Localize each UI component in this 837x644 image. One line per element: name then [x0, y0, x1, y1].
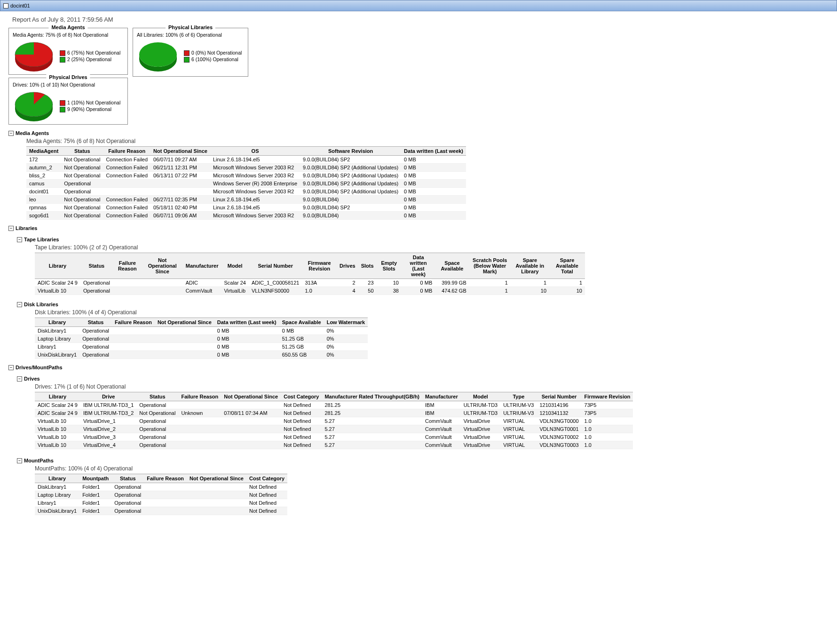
section-drives-mountpaths[interactable]: − Drives/MountPaths: [8, 365, 829, 370]
section-media-agents[interactable]: − Media Agents: [8, 130, 829, 136]
col-header[interactable]: Spare Available in Library: [511, 253, 549, 279]
col-header[interactable]: Status: [136, 392, 178, 401]
col-header[interactable]: Library: [35, 318, 79, 327]
col-header[interactable]: Mountpath: [79, 474, 111, 483]
table-row[interactable]: autumn_2Not OperationalConnection Failed…: [26, 164, 466, 172]
col-header[interactable]: MediaAgent: [26, 147, 61, 156]
col-header[interactable]: Library: [35, 253, 80, 279]
table-row[interactable]: leoNot OperationalConnection Failed06/27…: [26, 196, 466, 204]
col-header[interactable]: Failure Reason: [112, 318, 155, 327]
table-row[interactable]: sogo6d1Not OperationalConnection Failed0…: [26, 212, 466, 220]
legend: 0 (0%) Not Operational 6 (100%) Operatio…: [184, 49, 242, 63]
col-header[interactable]: Manufacturer: [183, 253, 221, 279]
col-header[interactable]: Data written (Last week): [401, 147, 466, 156]
col-header[interactable]: Library: [35, 474, 79, 483]
table-row[interactable]: UnixDiskLibrary1Operational0 MB650.55 GB…: [35, 351, 368, 359]
table-row[interactable]: VirtualLib 10OperationalCommVaultVirtual…: [35, 287, 585, 295]
cell: VirtualDrive: [461, 441, 501, 449]
col-header[interactable]: Spare Available Total: [549, 253, 585, 279]
subsection-drives[interactable]: − Drives: [17, 376, 829, 382]
col-header[interactable]: Status: [79, 318, 112, 327]
col-header[interactable]: Drives: [337, 253, 358, 279]
swatch-operational-icon: [60, 107, 65, 112]
col-header[interactable]: Serial Number: [249, 253, 302, 279]
table-row[interactable]: Library1Operational0 MB51.25 GB0%: [35, 343, 368, 351]
col-header[interactable]: Cost Category: [246, 474, 287, 483]
col-header[interactable]: Not Operational Since: [142, 253, 183, 279]
table-row[interactable]: Laptop LibraryFolder1OperationalNot Defi…: [35, 491, 287, 499]
col-header[interactable]: Failure Reason: [178, 392, 221, 401]
col-header[interactable]: Scratch Pools (Below Water Mark): [469, 253, 511, 279]
col-header[interactable]: Slots: [358, 253, 377, 279]
table-row[interactable]: 172Not OperationalConnection Failed06/07…: [26, 156, 466, 164]
cell: Not Operational: [61, 156, 103, 164]
table-row[interactable]: DiskLibrary1Operational0 MB0 MB0%: [35, 327, 368, 335]
col-header[interactable]: Status: [61, 147, 103, 156]
col-header[interactable]: Data written (Last week): [214, 318, 279, 327]
col-header[interactable]: Library: [35, 392, 80, 401]
cell: VirtualDrive_3: [80, 433, 136, 441]
collapse-icon[interactable]: −: [17, 458, 22, 463]
table-row[interactable]: UnixDiskLibrary1Folder1OperationalNot De…: [35, 507, 287, 515]
col-header[interactable]: Serial Number: [537, 392, 581, 401]
col-header[interactable]: Failure Reason: [113, 253, 142, 279]
col-header[interactable]: Not Operational Since: [221, 392, 281, 401]
collapse-icon[interactable]: −: [17, 302, 22, 307]
cell: Operational: [111, 483, 144, 491]
col-header[interactable]: Status: [111, 474, 144, 483]
cell: Microsoft Windows Server 2003 R2: [210, 212, 300, 220]
col-header[interactable]: Status: [80, 253, 113, 279]
collapse-icon[interactable]: −: [8, 365, 14, 370]
col-header[interactable]: Empty Slots: [377, 253, 402, 279]
collapse-icon[interactable]: −: [8, 131, 14, 136]
col-header[interactable]: Not Operational Since: [150, 147, 210, 156]
table-row[interactable]: camusOperationalWindows Server (R) 2008 …: [26, 180, 466, 188]
col-header[interactable]: Data written (Last week): [402, 253, 435, 279]
table-row[interactable]: VirtualLib 10VirtualDrive_3OperationalNo…: [35, 433, 633, 441]
table-row[interactable]: VirtualLib 10VirtualDrive_4OperationalNo…: [35, 441, 633, 449]
table-row[interactable]: Library1Folder1OperationalNot Defined: [35, 499, 287, 507]
table-row[interactable]: rpmnasNot OperationalConnection Failed05…: [26, 204, 466, 212]
subsection-disk-libraries[interactable]: − Disk Libraries: [17, 302, 829, 307]
cell: docint01: [26, 188, 61, 196]
col-header[interactable]: Software Revision: [300, 147, 401, 156]
col-header[interactable]: Model: [461, 392, 501, 401]
col-header[interactable]: Firmware Revision: [582, 392, 633, 401]
col-header[interactable]: Drive: [80, 392, 136, 401]
window-titlebar: docint01: [0, 0, 837, 11]
collapse-icon[interactable]: −: [17, 376, 22, 382]
section-libraries[interactable]: − Libraries: [8, 225, 829, 231]
table-row[interactable]: ADIC Scalar 24 9IBM ULTRIUM-TD3_1Operati…: [35, 401, 633, 409]
cell: [155, 343, 214, 351]
table-row[interactable]: docint01OperationalMicrosoft Windows Ser…: [26, 188, 466, 196]
col-header[interactable]: OS: [210, 147, 300, 156]
col-header[interactable]: Manufacturer Rated Throughput(GB/h): [322, 392, 422, 401]
subsection-mountpaths[interactable]: − MountPaths: [17, 458, 829, 463]
col-header[interactable]: Manufacturer: [422, 392, 461, 401]
panel-title: Media Agents: [48, 24, 87, 30]
cell: [103, 180, 150, 188]
subsection-tape-libraries[interactable]: − Tape Libraries: [17, 237, 829, 242]
col-header[interactable]: Cost Category: [281, 392, 322, 401]
table-row[interactable]: ADIC Scalar 24 9IBM ULTRIUM-TD3_2Not Ope…: [35, 409, 633, 417]
col-header[interactable]: Not Operational Since: [155, 318, 214, 327]
col-header[interactable]: Type: [500, 392, 537, 401]
col-header[interactable]: Failure Reason: [103, 147, 150, 156]
col-header[interactable]: Space Available: [435, 253, 469, 279]
table-row[interactable]: VirtualLib 10VirtualDrive_1OperationalNo…: [35, 417, 633, 425]
table-row[interactable]: Laptop LibraryOperational0 MB51.25 GB0%: [35, 335, 368, 343]
table-row[interactable]: bliss_2Not OperationalConnection Failed0…: [26, 172, 466, 180]
cell: Not Operational: [61, 164, 103, 172]
col-header[interactable]: Model: [221, 253, 248, 279]
collapse-icon[interactable]: −: [8, 226, 14, 231]
table-row[interactable]: VirtualLib 10VirtualDrive_2OperationalNo…: [35, 425, 633, 433]
table-row[interactable]: DiskLibrary1Folder1OperationalNot Define…: [35, 483, 287, 491]
table-row[interactable]: ADIC Scalar 24 9OperationalADICScalar 24…: [35, 279, 585, 287]
collapse-icon[interactable]: −: [17, 237, 22, 242]
col-header[interactable]: Firmware Revision: [302, 253, 337, 279]
col-header[interactable]: Low Watermark: [324, 318, 368, 327]
col-header[interactable]: Not Operational Since: [187, 474, 246, 483]
cell: [178, 401, 221, 409]
col-header[interactable]: Failure Reason: [144, 474, 187, 483]
col-header[interactable]: Space Available: [279, 318, 324, 327]
